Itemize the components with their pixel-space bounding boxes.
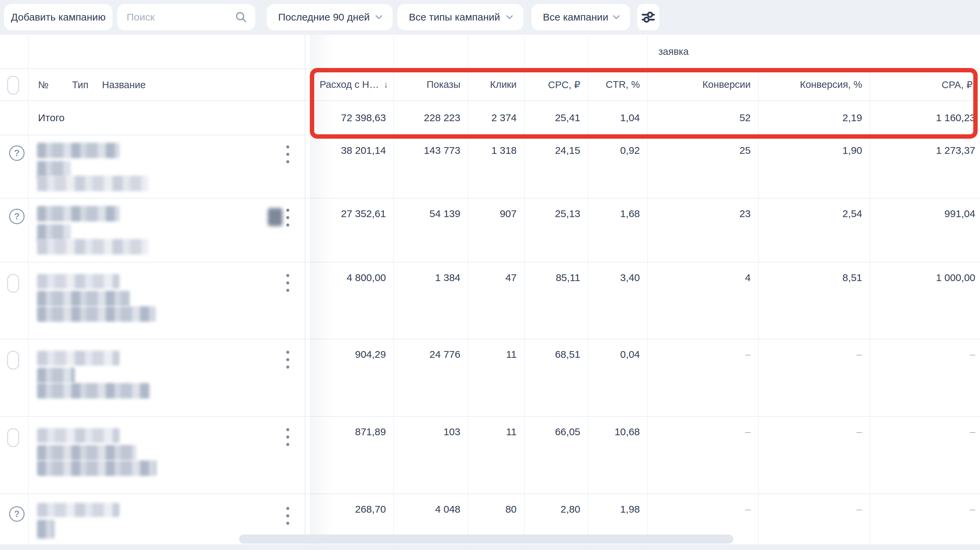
chevron-down-icon <box>611 12 621 22</box>
cell-value: 11 <box>506 426 517 437</box>
value-cell: 1 273,37 <box>870 135 980 198</box>
cell-value: 904,29 <box>355 349 386 360</box>
group-header-cell <box>588 35 648 68</box>
search-input[interactable] <box>126 11 228 23</box>
column-header[interactable]: CTR, % <box>588 69 648 100</box>
value-cell: – <box>870 339 980 416</box>
cell-value: 0,92 <box>620 145 640 156</box>
date-range-dropdown[interactable]: Последние 90 дней <box>267 4 393 30</box>
campaigns-table: №ТипНазваниеИтого??? заявкаРасход с Н…↓П… <box>0 35 980 550</box>
column-header-label: Конверсия, % <box>800 79 862 90</box>
value-cell: 47 <box>468 262 525 339</box>
value-cell: 25,13 <box>525 199 588 262</box>
kebab-menu-icon[interactable] <box>285 273 291 293</box>
redacted-text-bar <box>37 143 119 158</box>
table-row-metrics: 871,891031166,0510,68––– <box>312 417 980 494</box>
column-header[interactable]: Конверсии <box>648 69 759 100</box>
table-settings-button[interactable] <box>637 4 659 30</box>
row-checkbox[interactable] <box>7 351 19 370</box>
help-icon[interactable]: ? <box>9 209 25 224</box>
help-icon[interactable]: ? <box>9 145 25 161</box>
column-header-type[interactable]: Тип <box>72 79 88 90</box>
cell-value: 4 048 <box>435 504 460 515</box>
kebab-menu-icon[interactable] <box>285 207 291 228</box>
value-cell: 54 139 <box>394 199 468 262</box>
redacted-text-bar <box>37 176 148 191</box>
cell-value: 1 000,00 <box>936 272 975 283</box>
value-cell: 68,51 <box>525 339 588 416</box>
totals-value: 72 398,63 <box>341 112 386 124</box>
metrics-columns-area: заявкаРасход с Н…↓ПоказыКликиCPC, ₽CTR, … <box>312 35 980 550</box>
cell-value: 0,04 <box>620 349 640 360</box>
totals-value: 2,19 <box>843 112 862 124</box>
select-all-checkbox[interactable] <box>7 76 19 95</box>
cell-value: 38 201,14 <box>341 145 386 156</box>
column-header[interactable]: Клики <box>468 69 525 100</box>
column-header-label: CPC, ₽ <box>548 79 580 91</box>
campaign-types-dropdown[interactable]: Все типы кампаний <box>398 4 523 30</box>
row-checkbox[interactable] <box>7 274 19 293</box>
column-header[interactable]: Конверсия, % <box>759 69 870 100</box>
sliders-icon <box>641 10 656 25</box>
bottom-strip <box>0 544 980 550</box>
value-cell: – <box>759 494 870 550</box>
value-cell: 4 <box>648 262 759 339</box>
conversion-goal-cell: заявка <box>648 35 980 68</box>
table-row-metrics: 38 201,14143 7731 31824,150,92251,901 27… <box>312 135 980 199</box>
cell-value: 8,51 <box>843 272 862 283</box>
search-field[interactable] <box>117 4 255 30</box>
cell-value: – <box>970 426 975 437</box>
column-header[interactable]: CPC, ₽ <box>525 69 588 100</box>
help-icon[interactable]: ? <box>9 506 25 522</box>
cell-value: 80 <box>506 504 517 515</box>
value-cell: – <box>870 494 980 550</box>
redacted-icon <box>268 208 283 226</box>
totals-value: 52 <box>740 112 751 124</box>
pinned-area-shadow <box>312 35 334 550</box>
cell-value: 2,54 <box>843 208 862 219</box>
campaigns-filter-label: Все кампании <box>543 11 608 23</box>
cell-value: 24,15 <box>555 145 580 156</box>
value-cell: 2,54 <box>759 199 870 262</box>
cell-value: 23 <box>740 208 751 219</box>
kebab-menu-icon[interactable] <box>285 427 291 447</box>
column-header-label: CTR, % <box>606 79 640 90</box>
kebab-menu-icon[interactable] <box>285 505 291 526</box>
cell-value: 24 776 <box>430 349 460 360</box>
totals-value: 1,04 <box>620 112 640 124</box>
cell-value: – <box>745 426 751 437</box>
value-cell: 8,51 <box>759 262 870 339</box>
kebab-menu-icon[interactable] <box>285 144 291 165</box>
value-cell: 103 <box>394 417 468 493</box>
horizontal-scrollbar-thumb[interactable] <box>239 534 733 544</box>
redacted-text-bar <box>37 520 54 539</box>
campaigns-filter-dropdown[interactable]: Все кампании <box>531 4 630 30</box>
column-header-name[interactable]: Название <box>102 79 146 90</box>
add-campaign-label: Добавить кампанию <box>11 11 106 23</box>
redacted-text-bar <box>37 161 71 178</box>
pinned-columns-area: №ТипНазваниеИтого??? <box>0 35 312 550</box>
value-cell: 23 <box>648 199 759 262</box>
value-cell: 1 318 <box>468 135 525 198</box>
kebab-menu-icon[interactable] <box>285 350 291 370</box>
pinned-area-divider <box>305 35 305 550</box>
redacted-text-bar <box>37 206 119 221</box>
cell-value: 268,70 <box>355 504 386 515</box>
redacted-text-bar <box>37 428 119 443</box>
campaigns-dashboard: Добавить кампанию Последние 90 дней Все … <box>0 0 980 550</box>
column-header-number[interactable]: № <box>38 79 48 90</box>
column-header[interactable]: CPA, ₽ <box>870 69 980 100</box>
value-cell: 907 <box>468 199 525 262</box>
add-campaign-button[interactable]: Добавить кампанию <box>4 4 113 30</box>
redacted-text-bar <box>37 239 148 254</box>
totals-cell: 2 374 <box>468 101 525 135</box>
value-cell: 24,15 <box>525 135 588 198</box>
column-header[interactable]: Показы <box>394 69 468 100</box>
value-cell: – <box>648 339 759 416</box>
table-row <box>0 417 312 494</box>
value-cell: 25 <box>648 135 759 198</box>
checkbox-column-divider <box>28 35 29 550</box>
row-checkbox[interactable] <box>7 428 19 447</box>
group-header-cell <box>394 35 468 68</box>
value-cell: 11 <box>468 339 525 416</box>
